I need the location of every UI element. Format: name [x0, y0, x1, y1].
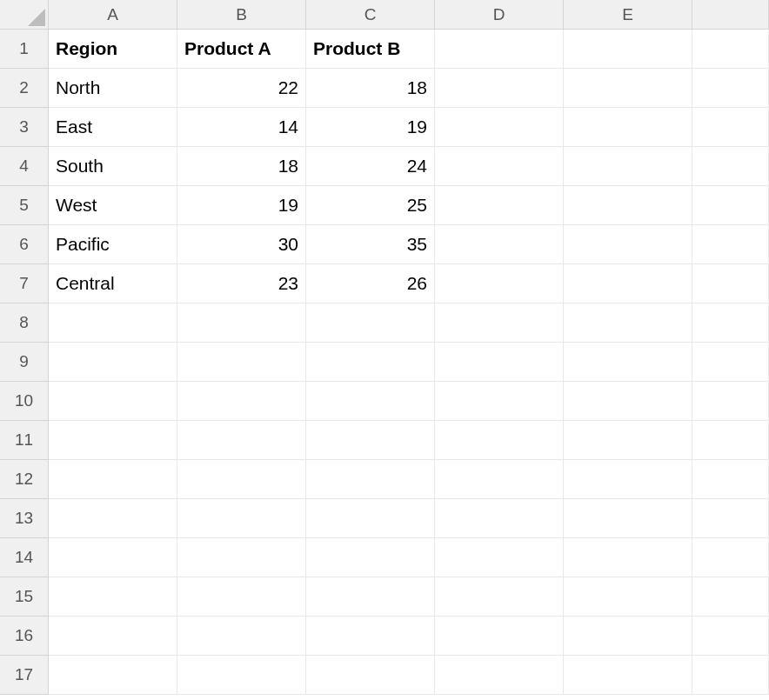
cell-B1[interactable]: Product A: [177, 30, 306, 69]
cell-E12[interactable]: [564, 460, 692, 499]
cell-B7[interactable]: 23: [177, 264, 306, 303]
cell-E17[interactable]: [564, 656, 692, 695]
cell-E6[interactable]: [564, 225, 692, 264]
cell-C12[interactable]: [306, 460, 435, 499]
cell-C3[interactable]: 19: [306, 108, 435, 147]
cell-F8[interactable]: [692, 303, 769, 343]
cell-D17[interactable]: [435, 656, 564, 695]
cell-A9[interactable]: [49, 343, 177, 382]
cell-D12[interactable]: [435, 460, 564, 499]
col-header-partial[interactable]: [692, 0, 769, 30]
cell-A15[interactable]: [49, 577, 177, 617]
cell-B9[interactable]: [177, 343, 306, 382]
row-header-5[interactable]: 5: [0, 186, 49, 225]
cell-D4[interactable]: [435, 147, 564, 186]
cell-A10[interactable]: [49, 382, 177, 421]
row-header-13[interactable]: 13: [0, 499, 49, 538]
cell-E11[interactable]: [564, 421, 692, 460]
row-header-2[interactable]: 2: [0, 69, 49, 108]
cell-B2[interactable]: 22: [177, 69, 306, 108]
cell-C7[interactable]: 26: [306, 264, 435, 303]
cell-D1[interactable]: [435, 30, 564, 69]
cell-A4[interactable]: South: [49, 147, 177, 186]
row-header-16[interactable]: 16: [0, 617, 49, 656]
cell-E2[interactable]: [564, 69, 692, 108]
cell-B5[interactable]: 19: [177, 186, 306, 225]
cell-B11[interactable]: [177, 421, 306, 460]
col-header-A[interactable]: A: [49, 0, 177, 30]
cell-C10[interactable]: [306, 382, 435, 421]
cell-F10[interactable]: [692, 382, 769, 421]
cell-F15[interactable]: [692, 577, 769, 617]
cell-E16[interactable]: [564, 617, 692, 656]
col-header-B[interactable]: B: [177, 0, 306, 30]
row-header-4[interactable]: 4: [0, 147, 49, 186]
cell-F1[interactable]: [692, 30, 769, 69]
cell-E4[interactable]: [564, 147, 692, 186]
cell-C5[interactable]: 25: [306, 186, 435, 225]
cell-D15[interactable]: [435, 577, 564, 617]
cell-B4[interactable]: 18: [177, 147, 306, 186]
cell-E15[interactable]: [564, 577, 692, 617]
cell-D3[interactable]: [435, 108, 564, 147]
cell-C13[interactable]: [306, 499, 435, 538]
cell-B14[interactable]: [177, 538, 306, 577]
cell-F14[interactable]: [692, 538, 769, 577]
cell-A11[interactable]: [49, 421, 177, 460]
col-header-E[interactable]: E: [564, 0, 692, 30]
cell-C4[interactable]: 24: [306, 147, 435, 186]
col-header-C[interactable]: C: [306, 0, 435, 30]
row-header-14[interactable]: 14: [0, 538, 49, 577]
cell-F5[interactable]: [692, 186, 769, 225]
cell-A3[interactable]: East: [49, 108, 177, 147]
cell-E7[interactable]: [564, 264, 692, 303]
cell-D16[interactable]: [435, 617, 564, 656]
cell-C8[interactable]: [306, 303, 435, 343]
row-header-7[interactable]: 7: [0, 264, 49, 303]
cell-C15[interactable]: [306, 577, 435, 617]
col-header-D[interactable]: D: [435, 0, 564, 30]
cell-D9[interactable]: [435, 343, 564, 382]
cell-B6[interactable]: 30: [177, 225, 306, 264]
cell-B17[interactable]: [177, 656, 306, 695]
cell-B3[interactable]: 14: [177, 108, 306, 147]
cell-F6[interactable]: [692, 225, 769, 264]
cell-A14[interactable]: [49, 538, 177, 577]
cell-F16[interactable]: [692, 617, 769, 656]
cell-C16[interactable]: [306, 617, 435, 656]
cell-B13[interactable]: [177, 499, 306, 538]
cell-E3[interactable]: [564, 108, 692, 147]
cell-A17[interactable]: [49, 656, 177, 695]
row-header-6[interactable]: 6: [0, 225, 49, 264]
cell-C14[interactable]: [306, 538, 435, 577]
cell-C6[interactable]: 35: [306, 225, 435, 264]
row-header-10[interactable]: 10: [0, 382, 49, 421]
cell-C9[interactable]: [306, 343, 435, 382]
cell-E14[interactable]: [564, 538, 692, 577]
row-header-15[interactable]: 15: [0, 577, 49, 617]
cell-B15[interactable]: [177, 577, 306, 617]
cell-A1[interactable]: Region: [49, 30, 177, 69]
cell-C1[interactable]: Product B: [306, 30, 435, 69]
row-header-12[interactable]: 12: [0, 460, 49, 499]
cell-D6[interactable]: [435, 225, 564, 264]
cell-A2[interactable]: North: [49, 69, 177, 108]
row-header-9[interactable]: 9: [0, 343, 49, 382]
cell-B8[interactable]: [177, 303, 306, 343]
cell-B12[interactable]: [177, 460, 306, 499]
cell-D13[interactable]: [435, 499, 564, 538]
cell-E5[interactable]: [564, 186, 692, 225]
cell-D11[interactable]: [435, 421, 564, 460]
cell-D8[interactable]: [435, 303, 564, 343]
row-header-17[interactable]: 17: [0, 656, 49, 695]
cell-A5[interactable]: West: [49, 186, 177, 225]
row-header-1[interactable]: 1: [0, 30, 49, 69]
cell-E8[interactable]: [564, 303, 692, 343]
cell-B16[interactable]: [177, 617, 306, 656]
cell-F7[interactable]: [692, 264, 769, 303]
cell-E9[interactable]: [564, 343, 692, 382]
cell-B10[interactable]: [177, 382, 306, 421]
cell-D14[interactable]: [435, 538, 564, 577]
cell-C2[interactable]: 18: [306, 69, 435, 108]
cell-D10[interactable]: [435, 382, 564, 421]
